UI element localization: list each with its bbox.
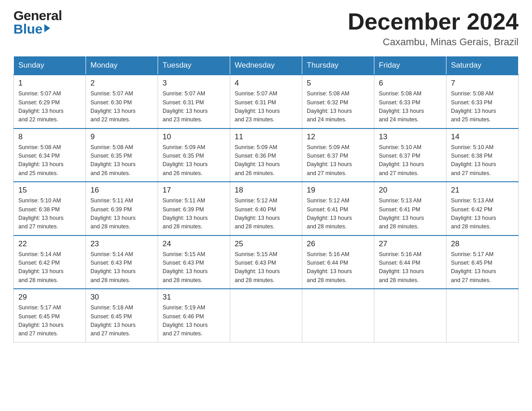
calendar-cell: 27 Sunrise: 5:16 AMSunset: 6:44 PMDaylig… bbox=[374, 235, 446, 289]
calendar-cell: 3 Sunrise: 5:07 AMSunset: 6:31 PMDayligh… bbox=[158, 75, 230, 128]
calendar-cell: 8 Sunrise: 5:08 AMSunset: 6:34 PMDayligh… bbox=[14, 128, 86, 182]
day-info: Sunrise: 5:11 AMSunset: 6:39 PMDaylight:… bbox=[90, 197, 136, 230]
day-number: 6 bbox=[379, 79, 442, 88]
calendar-cell: 4 Sunrise: 5:07 AMSunset: 6:31 PMDayligh… bbox=[230, 75, 302, 128]
day-number: 15 bbox=[18, 186, 81, 195]
day-number: 24 bbox=[163, 240, 225, 248]
calendar-cell: 5 Sunrise: 5:08 AMSunset: 6:32 PMDayligh… bbox=[302, 75, 374, 128]
calendar-week-row: 1 Sunrise: 5:07 AMSunset: 6:29 PMDayligh… bbox=[14, 75, 519, 128]
calendar-cell bbox=[302, 289, 374, 342]
day-number: 3 bbox=[163, 79, 225, 88]
day-number: 5 bbox=[307, 79, 369, 88]
day-number: 31 bbox=[163, 293, 225, 302]
calendar-cell: 30 Sunrise: 5:18 AMSunset: 6:45 PMDaylig… bbox=[86, 289, 158, 342]
header-saturday: Saturday bbox=[446, 56, 519, 75]
calendar-cell: 18 Sunrise: 5:12 AMSunset: 6:40 PMDaylig… bbox=[230, 182, 302, 235]
day-info: Sunrise: 5:13 AMSunset: 6:41 PMDaylight:… bbox=[379, 197, 424, 230]
calendar-cell: 13 Sunrise: 5:10 AMSunset: 6:37 PMDaylig… bbox=[374, 128, 446, 182]
day-info: Sunrise: 5:07 AMSunset: 6:29 PMDaylight:… bbox=[18, 90, 64, 123]
header-thursday: Thursday bbox=[302, 56, 374, 75]
calendar-cell: 15 Sunrise: 5:10 AMSunset: 6:38 PMDaylig… bbox=[14, 182, 86, 235]
calendar-cell: 6 Sunrise: 5:08 AMSunset: 6:33 PMDayligh… bbox=[374, 75, 446, 128]
day-number: 2 bbox=[90, 79, 153, 88]
day-info: Sunrise: 5:08 AMSunset: 6:34 PMDaylight:… bbox=[18, 144, 64, 176]
calendar-cell: 21 Sunrise: 5:13 AMSunset: 6:42 PMDaylig… bbox=[446, 182, 519, 235]
day-number: 19 bbox=[307, 186, 369, 195]
day-number: 17 bbox=[163, 186, 225, 195]
day-info: Sunrise: 5:10 AMSunset: 6:38 PMDaylight:… bbox=[18, 197, 64, 230]
day-info: Sunrise: 5:13 AMSunset: 6:42 PMDaylight:… bbox=[451, 197, 496, 230]
calendar-cell: 22 Sunrise: 5:14 AMSunset: 6:42 PMDaylig… bbox=[14, 235, 86, 289]
calendar-table: SundayMondayTuesdayWednesdayThursdayFrid… bbox=[13, 56, 519, 342]
page-header: General Blue December 2024 Caxambu, Mina… bbox=[13, 9, 519, 48]
calendar-week-row: 22 Sunrise: 5:14 AMSunset: 6:42 PMDaylig… bbox=[14, 235, 519, 289]
calendar-cell: 17 Sunrise: 5:11 AMSunset: 6:39 PMDaylig… bbox=[158, 182, 230, 235]
day-number: 26 bbox=[307, 240, 369, 248]
day-number: 25 bbox=[235, 240, 297, 248]
logo-blue-text: Blue bbox=[13, 22, 43, 36]
calendar-cell bbox=[230, 289, 302, 342]
day-info: Sunrise: 5:09 AMSunset: 6:36 PMDaylight:… bbox=[235, 144, 280, 176]
day-number: 21 bbox=[451, 186, 514, 195]
day-info: Sunrise: 5:14 AMSunset: 6:43 PMDaylight:… bbox=[90, 251, 136, 283]
calendar-cell: 20 Sunrise: 5:13 AMSunset: 6:41 PMDaylig… bbox=[374, 182, 446, 235]
logo-arrow-icon bbox=[44, 24, 50, 32]
title-block: December 2024 Caxambu, Minas Gerais, Bra… bbox=[348, 9, 519, 48]
day-info: Sunrise: 5:09 AMSunset: 6:35 PMDaylight:… bbox=[163, 144, 208, 176]
calendar-cell: 24 Sunrise: 5:15 AMSunset: 6:43 PMDaylig… bbox=[158, 235, 230, 289]
day-number: 29 bbox=[18, 293, 81, 302]
calendar-cell: 16 Sunrise: 5:11 AMSunset: 6:39 PMDaylig… bbox=[86, 182, 158, 235]
day-info: Sunrise: 5:18 AMSunset: 6:45 PMDaylight:… bbox=[90, 304, 136, 337]
day-info: Sunrise: 5:07 AMSunset: 6:30 PMDaylight:… bbox=[90, 90, 136, 123]
day-info: Sunrise: 5:08 AMSunset: 6:33 PMDaylight:… bbox=[451, 90, 496, 123]
day-number: 13 bbox=[379, 133, 442, 141]
calendar-cell: 29 Sunrise: 5:17 AMSunset: 6:45 PMDaylig… bbox=[14, 289, 86, 342]
header-friday: Friday bbox=[374, 56, 446, 75]
day-info: Sunrise: 5:16 AMSunset: 6:44 PMDaylight:… bbox=[307, 251, 352, 283]
day-number: 10 bbox=[163, 133, 225, 141]
calendar-cell: 12 Sunrise: 5:09 AMSunset: 6:37 PMDaylig… bbox=[302, 128, 374, 182]
calendar-cell: 14 Sunrise: 5:10 AMSunset: 6:38 PMDaylig… bbox=[446, 128, 519, 182]
day-number: 1 bbox=[18, 79, 81, 88]
day-number: 27 bbox=[379, 240, 442, 248]
calendar-cell: 11 Sunrise: 5:09 AMSunset: 6:36 PMDaylig… bbox=[230, 128, 302, 182]
header-tuesday: Tuesday bbox=[158, 56, 230, 75]
calendar-cell: 1 Sunrise: 5:07 AMSunset: 6:29 PMDayligh… bbox=[14, 75, 86, 128]
header-wednesday: Wednesday bbox=[230, 56, 302, 75]
day-info: Sunrise: 5:08 AMSunset: 6:35 PMDaylight:… bbox=[90, 144, 136, 176]
calendar-header-row: SundayMondayTuesdayWednesdayThursdayFrid… bbox=[14, 56, 519, 75]
calendar-week-row: 29 Sunrise: 5:17 AMSunset: 6:45 PMDaylig… bbox=[14, 289, 519, 342]
day-number: 30 bbox=[90, 293, 153, 302]
calendar-cell bbox=[446, 289, 519, 342]
day-info: Sunrise: 5:15 AMSunset: 6:43 PMDaylight:… bbox=[235, 251, 280, 283]
calendar-week-row: 8 Sunrise: 5:08 AMSunset: 6:34 PMDayligh… bbox=[14, 128, 519, 182]
calendar-cell: 7 Sunrise: 5:08 AMSunset: 6:33 PMDayligh… bbox=[446, 75, 519, 128]
day-number: 20 bbox=[379, 186, 442, 195]
calendar-cell: 25 Sunrise: 5:15 AMSunset: 6:43 PMDaylig… bbox=[230, 235, 302, 289]
day-info: Sunrise: 5:16 AMSunset: 6:44 PMDaylight:… bbox=[379, 251, 424, 283]
header-sunday: Sunday bbox=[14, 56, 86, 75]
day-number: 9 bbox=[90, 133, 153, 141]
calendar-cell bbox=[374, 289, 446, 342]
calendar-cell: 31 Sunrise: 5:19 AMSunset: 6:46 PMDaylig… bbox=[158, 289, 230, 342]
day-info: Sunrise: 5:10 AMSunset: 6:38 PMDaylight:… bbox=[451, 144, 496, 176]
day-number: 12 bbox=[307, 133, 369, 141]
calendar-cell: 26 Sunrise: 5:16 AMSunset: 6:44 PMDaylig… bbox=[302, 235, 374, 289]
calendar-cell: 28 Sunrise: 5:17 AMSunset: 6:45 PMDaylig… bbox=[446, 235, 519, 289]
day-info: Sunrise: 5:08 AMSunset: 6:33 PMDaylight:… bbox=[379, 90, 424, 123]
day-info: Sunrise: 5:07 AMSunset: 6:31 PMDaylight:… bbox=[163, 90, 208, 123]
day-info: Sunrise: 5:14 AMSunset: 6:42 PMDaylight:… bbox=[18, 251, 64, 283]
calendar-cell: 23 Sunrise: 5:14 AMSunset: 6:43 PMDaylig… bbox=[86, 235, 158, 289]
day-number: 14 bbox=[451, 133, 514, 141]
day-number: 8 bbox=[18, 133, 81, 141]
day-number: 28 bbox=[451, 240, 514, 248]
calendar-cell: 10 Sunrise: 5:09 AMSunset: 6:35 PMDaylig… bbox=[158, 128, 230, 182]
day-info: Sunrise: 5:17 AMSunset: 6:45 PMDaylight:… bbox=[18, 304, 64, 337]
day-info: Sunrise: 5:09 AMSunset: 6:37 PMDaylight:… bbox=[307, 144, 352, 176]
calendar-cell: 19 Sunrise: 5:12 AMSunset: 6:41 PMDaylig… bbox=[302, 182, 374, 235]
logo-general-text: General bbox=[13, 9, 62, 22]
header-monday: Monday bbox=[86, 56, 158, 75]
day-number: 23 bbox=[90, 240, 153, 248]
day-info: Sunrise: 5:17 AMSunset: 6:45 PMDaylight:… bbox=[451, 251, 496, 283]
day-number: 7 bbox=[451, 79, 514, 88]
